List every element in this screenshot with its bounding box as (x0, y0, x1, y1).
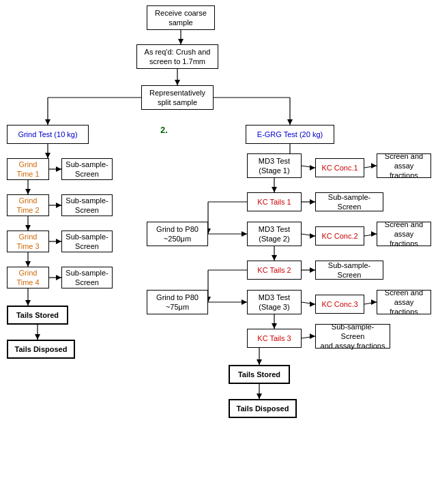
svg-marker-15 (25, 189, 31, 194)
egrg-test-label: E-GRG Test (20 kg) (257, 130, 323, 139)
sub-screen2-label: Sub-sample- Screen (319, 261, 380, 280)
tails-disposed-left-label: Tails Disposed (15, 344, 68, 354)
svg-marker-50 (272, 255, 277, 261)
sub2-label: Sub-sample- Screen (65, 196, 108, 216)
svg-marker-37 (272, 187, 277, 192)
screen-assay1-box: Screen and assay fractions (377, 153, 431, 178)
grind-p80-250-box: Grind to P80 ~250μm (147, 222, 208, 246)
screen-assay1-label: Screen and assay fractions (380, 151, 428, 181)
grind-p80-250-label: Grind to P80 ~250μm (156, 224, 199, 244)
kc-tails2-box: KC Tails 2 (247, 261, 302, 280)
sub4-label: Sub-sample- Screen (65, 268, 108, 288)
grind2-label: Grind Time 2 (16, 196, 39, 216)
svg-marker-48 (371, 231, 377, 237)
svg-marker-61 (371, 299, 377, 305)
svg-marker-46 (310, 233, 315, 239)
kc-tails1-label: KC Tails 1 (257, 197, 291, 207)
tails-disposed-left-box: Tails Disposed (7, 340, 75, 359)
svg-marker-29 (35, 334, 40, 340)
crush-label: As req'd: Crush and screen to 1.7mm (145, 47, 211, 67)
svg-marker-63 (272, 323, 277, 329)
svg-line-58 (302, 302, 315, 304)
md3-s1-label: MD3 Test (Stage 1) (259, 156, 290, 176)
sub3-box: Sub-sample- Screen (61, 231, 113, 252)
flowchart-diagram: Receive coarse sample As req'd: Crush an… (0, 0, 438, 504)
svg-marker-59 (310, 301, 315, 307)
grind1-label: Grind Time 1 (16, 160, 39, 179)
screen-assay3-label: Screen and assay fractions (380, 288, 428, 317)
svg-marker-21 (56, 239, 61, 244)
sub4-box: Sub-sample- Screen (61, 267, 113, 288)
kc-tails3-box: KC Tails 3 (247, 329, 302, 348)
svg-marker-69 (257, 394, 262, 399)
svg-marker-27 (25, 300, 31, 306)
svg-marker-23 (25, 261, 31, 267)
kc-conc1-label: KC Conc.1 (321, 163, 357, 173)
svg-marker-9 (287, 119, 293, 125)
kc-conc3-box: KC Conc.3 (315, 295, 364, 314)
md3-s2-box: MD3 Test (Stage 2) (247, 222, 302, 246)
grind4-box: Grind Time 4 (7, 267, 49, 288)
tails-stored-right-label: Tails Stored (238, 370, 280, 379)
svg-line-45 (302, 234, 315, 236)
grind2-box: Grind Time 2 (7, 194, 49, 216)
screen-assay3-box: Screen and assay fractions (377, 290, 431, 314)
svg-marker-65 (310, 333, 315, 339)
svg-marker-33 (310, 165, 315, 171)
grind3-box: Grind Time 3 (7, 231, 49, 252)
sub-screen-assay3-label: Sub-sample- Screen and assay fractions (319, 322, 387, 351)
svg-marker-39 (310, 199, 315, 205)
grind-p80-75-box: Grind to P80 ~75μm (147, 290, 208, 314)
sub2-box: Sub-sample- Screen (61, 194, 113, 216)
screen-assay2-label: Screen and assay fractions (380, 220, 428, 249)
kc-tails3-label: KC Tails 3 (257, 333, 291, 343)
tails-stored-right-box: Tails Stored (229, 365, 290, 384)
svg-line-34 (364, 166, 377, 168)
md3-s1-box: MD3 Test (Stage 1) (247, 153, 302, 178)
kc-tails1-box: KC Tails 1 (247, 192, 302, 211)
md3-s2-label: MD3 Test (Stage 2) (259, 224, 290, 244)
sub3-label: Sub-sample- Screen (65, 232, 108, 252)
tails-disposed-right-box: Tails Disposed (229, 399, 297, 418)
label-2-text: 2. (160, 125, 168, 135)
svg-line-47 (364, 234, 377, 236)
svg-marker-6 (45, 119, 50, 125)
svg-line-32 (302, 166, 315, 168)
split-box: Representatively split sample (141, 85, 214, 110)
kc-conc2-box: KC Conc.2 (315, 226, 364, 246)
svg-marker-44 (242, 231, 247, 237)
sub1-box: Sub-sample- Screen (61, 158, 113, 180)
split-label: Representatively split sample (149, 88, 205, 108)
label-2: 2. (160, 125, 168, 135)
svg-marker-13 (56, 166, 61, 172)
tails-stored-left-label: Tails Stored (16, 310, 59, 320)
kc-tails2-label: KC Tails 2 (257, 265, 291, 275)
svg-marker-19 (25, 225, 31, 231)
sub-screen1-label: Sub-sample- Screen (319, 192, 380, 212)
tails-stored-left-box: Tails Stored (7, 306, 68, 325)
md3-s3-box: MD3 Test (Stage 3) (247, 290, 302, 314)
svg-marker-67 (257, 359, 262, 365)
grind-test-box: Grind Test (10 kg) (7, 125, 89, 144)
svg-marker-3 (175, 80, 180, 85)
svg-marker-35 (371, 163, 377, 168)
md3-s3-label: MD3 Test (Stage 3) (259, 293, 290, 312)
sub1-label: Sub-sample- Screen (65, 160, 108, 179)
svg-marker-52 (310, 267, 315, 273)
egrg-test-box: E-GRG Test (20 kg) (246, 125, 334, 144)
grind-test-label: Grind Test (10 kg) (18, 130, 77, 139)
receive-label: Receive coarse sample (155, 8, 207, 28)
sub-screen-assay3-box: Sub-sample- Screen and assay fractions (315, 324, 390, 349)
tails-disposed-right-label: Tails Disposed (237, 404, 289, 413)
grind4-label: Grind Time 4 (16, 268, 39, 288)
svg-marker-1 (178, 39, 184, 44)
grind1-box: Grind Time 1 (7, 158, 49, 180)
svg-line-60 (364, 302, 377, 304)
svg-line-64 (302, 336, 315, 338)
crush-box: As req'd: Crush and screen to 1.7mm (136, 44, 218, 69)
kc-conc3-label: KC Conc.3 (321, 299, 357, 309)
kc-conc2-label: KC Conc.2 (321, 231, 357, 241)
grind3-label: Grind Time 3 (16, 232, 39, 252)
svg-marker-11 (45, 153, 50, 158)
kc-conc1-box: KC Conc.1 (315, 158, 364, 177)
